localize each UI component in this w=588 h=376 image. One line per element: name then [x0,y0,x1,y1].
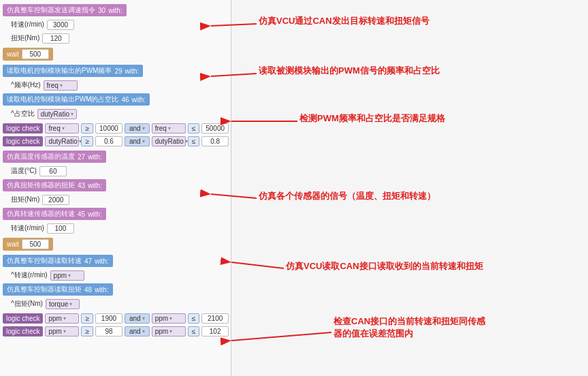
read-duty-header: 读取电机控制模块输出PWM的占空比 46 with: [3,93,150,106]
logic3-label: logic check [3,313,43,324]
speed-val-label: 转速(r/min) [11,223,44,233]
wait1-input[interactable]: 500 [22,49,49,59]
read-duty-block: 读取电机控制模块输出PWM的占空比 46 with: ^占空比 dutyRati… [0,92,231,121]
left-panel: 仿真整车控制器发送调速指令 30 with: 转速(r/min) 3000 扭矩… [0,0,231,376]
logic2-val2[interactable]: 0.8 [201,136,229,146]
torque-var2-row: ^扭矩(Nm) torque [0,297,231,311]
logic2-var1[interactable]: dutyRatio [45,136,79,146]
logic3-var1[interactable]: ppm [45,313,79,324]
duty-var-row: ^占空比 dutyRatio [0,107,231,121]
sim-speed-block: 仿真转速传感器的转速 45 with: 转速(r/min) 100 [0,206,231,235]
logic2-and[interactable]: and [125,136,150,146]
read-rpm-block: 仿真整车控制器读取转速 47 with: ^转速(r/min) ppm [0,253,231,282]
logic3-var2[interactable]: ppm [152,313,186,324]
read-rpm-header-row: 仿真整车控制器读取转速 47 with: [0,253,231,268]
read-freq-block: 读取电机控制模块输出的PWM频率 29 with: ^频率(Hz) freq [0,63,231,92]
logic3-val1[interactable]: 1900 [95,313,122,324]
logic1-var1[interactable]: freq [45,123,79,134]
read-duty-header-row: 读取电机控制模块输出PWM的占空比 46 with: [0,92,231,107]
sim-torque-block: 仿真扭矩传感器的扭矩 43 with: 扭矩(Nm) 2000 [0,178,231,206]
sim-speed-header-row: 仿真转速传感器的转速 45 with: [0,206,231,221]
sim-temp-block: 仿真温度传感器的温度 27 with: 温度(°C) 60 [0,149,231,178]
send-cmd-block: 仿真整车控制器发送调速指令 30 with: 转速(r/min) 3000 扭矩… [0,3,231,45]
logic3-op2[interactable]: ≤ [188,313,200,324]
logic4-op1[interactable]: ≥ [81,326,93,336]
logic3-and[interactable]: and [125,313,150,324]
logic4-label: logic check [3,326,43,336]
speed-val-input[interactable]: 100 [47,223,74,234]
logic1-and[interactable]: and [125,123,150,134]
rpm-var-row: ^转速(r/min) ppm [0,268,231,282]
logic4-row: logic check ppm ≥ 98 and ppm ≤ 102 [0,325,231,338]
temp-val-label: 温度(°C) [11,166,37,176]
sim-temp-header: 仿真温度传感器的温度 27 with: [3,151,106,163]
temp-val-input[interactable]: 60 [39,166,67,176]
logic2-op1[interactable]: ≥ [81,136,93,146]
logic2-val1[interactable]: 0.6 [95,136,122,146]
logic1-op1[interactable]: ≥ [81,123,93,134]
wait1-row: wait 500 [0,46,231,62]
wait1-block: wait 500 [3,48,53,61]
speed-val-row: 转速(r/min) 100 [0,221,231,235]
send-cmd-header-row: 仿真整车控制器发送调速指令 30 with: [0,3,231,18]
read-torque-block: 仿真整车控制器读取扭矩 48 with: ^扭矩(Nm) torque [0,282,231,311]
logic4-val1[interactable]: 98 [95,326,122,336]
right-panel [231,0,588,376]
sim-torque-header: 仿真扭矩传感器的扭矩 43 with: [3,179,106,191]
torque-val-label: 扭矩(Nm) [11,195,39,204]
freq-var-row: ^频率(Hz) freq [0,78,231,92]
send-cmd-header: 仿真整车控制器发送调速指令 30 with: [3,4,127,16]
read-torque-header: 仿真整车控制器读取扭矩 48 with: [3,283,113,296]
logic4-var2[interactable]: ppm [152,326,186,336]
logic1-val1[interactable]: 10000 [95,123,122,134]
read-torque-header-row: 仿真整车控制器读取扭矩 48 with: [0,282,231,297]
duty-var-label: ^占空比 [11,109,35,119]
sim-temp-header-row: 仿真温度传感器的温度 27 with: [0,149,231,164]
logic2-op2[interactable]: ≤ [188,136,200,146]
logic3-val2[interactable]: 2100 [201,313,229,324]
logic4-var1[interactable]: ppm [45,326,79,336]
rpm-label: 转速(r/min) [11,20,44,29]
sim-speed-header: 仿真转速传感器的转速 45 with: [3,208,106,220]
torque-var2-label: ^扭矩(Nm) [11,299,43,309]
torque-val-input[interactable]: 2000 [42,195,69,205]
wait2-block: wait 500 [3,238,53,251]
logic3-row: logic check ppm ≥ 1900 and ppm ≤ 2100 [0,312,231,325]
logic3-op1[interactable]: ≥ [81,313,93,324]
logic1-op2[interactable]: ≤ [188,123,200,134]
logic1-val2[interactable]: 50000 [201,123,229,134]
freq-dropdown[interactable]: freq [44,80,78,91]
read-freq-header: 读取电机控制模块输出的PWM频率 29 with: [3,65,143,77]
torque-var2-dropdown[interactable]: torque [46,299,80,309]
torque-label: 扭矩(Nm) [11,33,39,43]
wait2-input[interactable]: 500 [22,239,49,249]
torque-val-row: 扭矩(Nm) 2000 [0,193,231,206]
temp-val-row: 温度(°C) 60 [0,164,231,178]
torque-field-row: 扭矩(Nm) 120 [0,31,231,45]
rpm-field-row: 转速(r/min) 3000 [0,18,231,31]
freq-var-label: ^频率(Hz) [11,80,41,90]
logic4-val2[interactable]: 102 [201,326,229,336]
sim-torque-header-row: 仿真扭矩传感器的扭矩 43 with: [0,178,231,193]
logic4-op2[interactable]: ≤ [188,326,200,336]
logic4-and[interactable]: and [125,326,150,336]
logic2-label: logic check [3,136,43,146]
logic1-var2[interactable]: freq [152,123,186,134]
duty-dropdown[interactable]: dutyRatio [37,109,77,119]
read-freq-header-row: 读取电机控制模块输出的PWM频率 29 with: [0,63,231,78]
rpm-var-dropdown[interactable]: ppm [50,270,84,281]
logic1-label: logic check [3,123,43,134]
torque-input[interactable]: 120 [42,33,69,44]
read-rpm-header: 仿真整车控制器读取转速 47 with: [3,255,113,267]
logic1-row: logic check freq ≥ 10000 and freq ≤ 5000… [0,122,231,135]
wait2-row: wait 500 [0,236,231,252]
logic2-row: logic check dutyRatio ≥ 0.6 and dutyRati… [0,135,231,148]
logic2-var2[interactable]: dutyRatio [152,136,186,146]
rpm-var-label: ^转速(r/min) [11,270,48,280]
rpm-input[interactable]: 3000 [47,20,74,30]
